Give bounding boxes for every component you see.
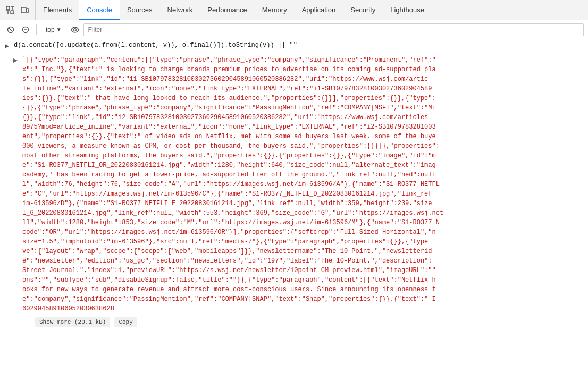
svg-rect-5 xyxy=(11,11,14,14)
tab-console-label: Console xyxy=(87,6,112,14)
filter-toggle-button[interactable] xyxy=(19,23,32,36)
output-line-24: ons":"","subType":"sub","disableSignup":… xyxy=(22,276,436,284)
svg-point-12 xyxy=(73,28,76,31)
svg-rect-6 xyxy=(21,7,26,13)
output-line-5: ies":{}},{"text":" that have long looked… xyxy=(22,95,436,102)
output-line-23: Street Journal.","index":1,"previewURL":… xyxy=(22,267,436,274)
output-line-20: size=1.5","imphotoid":"im-613596"},"src"… xyxy=(22,238,428,246)
tab-security-label: Security xyxy=(350,6,375,14)
tab-icon-group xyxy=(0,0,36,20)
svg-line-9 xyxy=(9,28,12,31)
output-line-7: {}},{"type":"link","id":"i2-SB1079783281… xyxy=(22,114,428,121)
output-line-12: e":"S1-RO377_NETFLI_OR_20220830161214.jp… xyxy=(22,162,436,169)
output-line-18: ll","width":1280,"height":853,"size_code… xyxy=(22,219,440,226)
output-line-10: 000 viewers, a measure known as CPM, or … xyxy=(22,142,440,150)
output-content-wrapper: `[{"type":"paragraph","content":[{"type"… xyxy=(22,55,584,330)
input-prompt xyxy=(4,41,10,50)
toolbar-divider-1 xyxy=(36,24,37,35)
tab-security[interactable]: Security xyxy=(343,0,383,20)
tab-elements[interactable]: Elements xyxy=(36,0,79,20)
console-input-text: d(a.concat([o.update(a.from(l.content, v… xyxy=(14,41,297,49)
tab-console[interactable]: Console xyxy=(79,0,120,20)
output-line-11: most other streaming platforms, the buye… xyxy=(22,152,436,159)
output-line-15: e":"C","url":"https://images.wsj.net/im-… xyxy=(22,190,432,198)
show-more-button[interactable]: Show more (20.1 kB) xyxy=(35,317,110,327)
tab-sources-label: Sources xyxy=(127,6,153,14)
console-toolbar: top ▼ xyxy=(0,20,588,39)
output-line-2: x":" Inc."},{"text":" is looking to char… xyxy=(22,66,436,73)
output-line-3: s":{}},{"type":"link","id":"i1-SB1079783… xyxy=(22,75,428,83)
console-output-text: `[{"type":"paragraph","content":[{"type"… xyxy=(22,55,584,314)
tab-network-label: Network xyxy=(167,6,193,14)
svg-marker-13 xyxy=(5,44,9,48)
tab-lighthouse[interactable]: Lighthouse xyxy=(383,0,432,20)
tab-performance-label: Performance xyxy=(207,6,247,14)
chevron-down-icon: ▼ xyxy=(56,27,62,32)
output-line-9: ent","properties":{}},{"text":" of video… xyxy=(22,133,436,140)
output-line-22: e":"newsletter","edition":"us_gc","secti… xyxy=(22,257,432,265)
tab-sources[interactable]: Sources xyxy=(120,0,160,20)
output-line-17: I_G_20220830161214.jpg","link_ref":null,… xyxy=(22,209,443,217)
output-line-1: `[{"type":"paragraph","content":[{"type"… xyxy=(22,56,436,64)
tab-memory[interactable]: Memory xyxy=(255,0,295,20)
tab-performance[interactable]: Performance xyxy=(200,0,254,20)
output-line-8: 8975?mod=article_inline","variant":"exte… xyxy=(22,123,436,131)
context-selector[interactable]: top ▼ xyxy=(41,23,66,36)
output-line-6: {}},{"type":"phrase","phrase_type":"comp… xyxy=(22,104,436,112)
console-output-line: `[{"type":"paragraph","content":[{"type"… xyxy=(0,54,588,330)
svg-rect-7 xyxy=(27,9,29,12)
show-more-area: Show more (20.1 kB) Copy xyxy=(22,314,584,330)
clear-console-button[interactable] xyxy=(4,23,17,36)
console-input-line: d(a.concat([o.update(a.from(l.content, v… xyxy=(0,39,588,54)
tab-lighthouse-label: Lighthouse xyxy=(390,6,424,14)
output-line-26: e":"company","significance":"PassingMent… xyxy=(22,295,436,303)
copy-button[interactable]: Copy xyxy=(114,317,137,327)
filter-input[interactable] xyxy=(83,23,584,36)
output-line-14: l","width":76,"height":76,"size_code":"A… xyxy=(22,181,440,188)
live-expressions-button[interactable] xyxy=(69,23,81,36)
tab-application-label: Application xyxy=(302,6,336,14)
output-line-21: ve":{"layout":"wrap","scope":{"scope":["… xyxy=(22,248,432,255)
context-label: top xyxy=(46,26,55,33)
output-arrow xyxy=(13,55,18,63)
output-line-16: im-613596/D"},{"name":"S1-RO377_NETFLI_E… xyxy=(22,200,436,207)
console-content: d(a.concat([o.update(a.from(l.content, v… xyxy=(0,39,588,389)
output-line-19: code":"OR","url":"https://images.wsj.net… xyxy=(22,229,436,236)
tab-memory-label: Memory xyxy=(262,6,287,14)
tab-elements-label: Elements xyxy=(43,6,72,14)
output-line-13: cademy,' has been racing to get a lower-… xyxy=(22,171,436,179)
inspect-icon[interactable] xyxy=(4,4,16,16)
output-line-27: 602904589106052030638628 xyxy=(22,305,114,312)
device-toggle-icon[interactable] xyxy=(19,4,31,16)
tab-application[interactable]: Application xyxy=(295,0,343,20)
output-line-25: ooks for new ways to generate revenue an… xyxy=(22,286,436,293)
devtools-tab-bar: Elements Console Sources Network Perform… xyxy=(0,0,588,20)
svg-rect-0 xyxy=(6,6,10,10)
tab-network[interactable]: Network xyxy=(160,0,200,20)
svg-marker-14 xyxy=(13,58,18,63)
output-line-4: le_inline","variant":"external","icon":"… xyxy=(22,85,432,92)
